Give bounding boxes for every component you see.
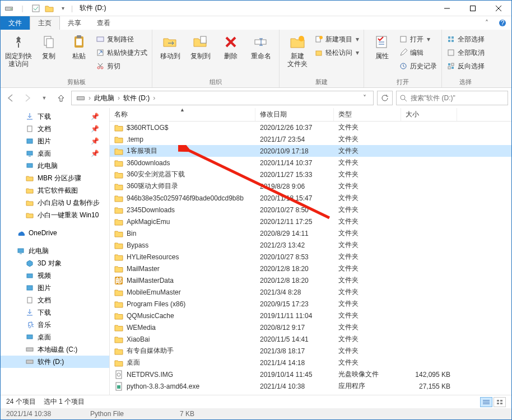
chevron-right-icon[interactable]: ›: [153, 94, 155, 102]
file-name: 360安全浏览器下载: [127, 170, 185, 179]
nav-desktop2[interactable]: 桌面: [1, 331, 109, 343]
address-dropdown[interactable]: ˅: [359, 94, 371, 102]
nav-mbr[interactable]: MBR 分区步骤: [1, 172, 109, 184]
nav-desktop[interactable]: 桌面📌: [1, 147, 109, 160]
file-row[interactable]: MobileEmuMaster2021/3/4 8:28文件夹: [110, 286, 511, 298]
up-button[interactable]: [54, 91, 68, 105]
file-row[interactable]: 桌面2021/1/4 14:18文件夹: [110, 357, 511, 368]
nav-other-sw[interactable]: 其它软件截图: [1, 184, 109, 197]
search-input[interactable]: [411, 94, 504, 102]
stray-timestamp: 2021/1/4 10:38: [6, 410, 51, 418]
maximize-button[interactable]: [460, 1, 486, 16]
collapse-ribbon-button[interactable]: ˄: [481, 17, 492, 29]
nav-downloads2[interactable]: 下载: [1, 306, 109, 319]
chevron-right-icon[interactable]: ›: [118, 94, 120, 102]
new-item-button[interactable]: 新建项目▾: [314, 33, 359, 45]
minimize-button[interactable]: [434, 1, 460, 16]
file-row[interactable]: Program Files (x86)2020/9/15 17:23文件夹: [110, 298, 511, 310]
nav-xiaobai-u[interactable]: 小白启动 U 盘制作步: [1, 197, 109, 209]
rename-button[interactable]: 重命名: [248, 32, 274, 60]
file-row[interactable]: python-3.8.3-amd64.exe2021/1/4 10:38应用程序…: [110, 380, 511, 392]
nav-pictures[interactable]: 图片📌: [1, 135, 109, 147]
file-type: 文件夹: [334, 264, 401, 273]
tab-home[interactable]: 主页: [30, 16, 60, 30]
easy-access-button[interactable]: 轻松访问▾: [314, 46, 359, 59]
file-row[interactable]: 360安全浏览器下载2020/11/27 15:33文件夹: [110, 169, 511, 180]
column-size[interactable]: 大小: [401, 108, 457, 121]
file-row[interactable]: 邮MailMasterData2020/12/8 18:20文件夹: [110, 274, 511, 286]
nav-downloads[interactable]: 下载📌: [1, 110, 109, 123]
column-date[interactable]: 修改日期: [255, 108, 334, 121]
nav-music[interactable]: 音乐: [1, 319, 109, 331]
qat-dropdown[interactable]: ▾: [57, 2, 69, 15]
open-button[interactable]: 打开▾: [399, 33, 437, 45]
tab-file[interactable]: 文件: [1, 16, 30, 30]
nav-3d[interactable]: 3D 对象: [1, 257, 109, 269]
details-view-button[interactable]: [480, 397, 492, 407]
select-none-button[interactable]: 全部取消: [446, 46, 485, 59]
nav-documents2[interactable]: 文档: [1, 294, 109, 306]
file-row[interactable]: NETDRVS.IMG2019/10/14 11:45光盘映像文件142,095…: [110, 368, 511, 380]
file-row[interactable]: HYLiteResources2020/10/27 8:53文件夹: [110, 251, 511, 263]
file-row[interactable]: $360RTLOG$2020/12/26 10:37文件夹: [110, 122, 511, 133]
recent-dropdown[interactable]: ▼: [38, 91, 51, 105]
file-row[interactable]: Bin2020/8/29 14:11文件夹: [110, 227, 511, 239]
copy-to-button[interactable]: 复制到: [187, 32, 214, 60]
qat-checkbox[interactable]: [30, 2, 42, 15]
pin-to-quick-access-button[interactable]: 固定到快 速访问: [5, 32, 32, 68]
breadcrumb-this-pc[interactable]: 此电脑: [92, 94, 117, 103]
breadcrumb-drive-icon[interactable]: [74, 95, 87, 101]
file-row[interactable]: MailMaster2020/12/8 18:20文件夹: [110, 263, 511, 274]
file-row[interactable]: .temp2021/1/7 23:54文件夹: [110, 133, 511, 145]
cut-button[interactable]: 剪切: [96, 60, 147, 72]
search-box[interactable]: [396, 91, 508, 105]
file-row[interactable]: 946b38e35c0259746f9bade00dcd9b8b2020/11/…: [110, 192, 511, 204]
nav-documents[interactable]: 文档📌: [1, 123, 109, 135]
column-type[interactable]: 类型: [334, 108, 401, 121]
file-row[interactable]: ApkMagicEmu2020/12/11 17:25文件夹: [110, 216, 511, 227]
file-row[interactable]: QQMusicCache2019/11/11 11:04文件夹: [110, 310, 511, 321]
back-button[interactable]: [4, 91, 17, 105]
help-button[interactable]: ?: [497, 17, 508, 29]
breadcrumb-drive[interactable]: 软件 (D:): [121, 94, 152, 103]
file-row[interactable]: 360驱动大师目录2019/8/28 9:06文件夹: [110, 180, 511, 192]
copy-path-button[interactable]: 复制路径: [96, 33, 147, 45]
file-row[interactable]: 1客服项目2020/10/9 17:18文件夹: [110, 145, 511, 157]
large-icons-view-button[interactable]: [494, 397, 506, 407]
paste-shortcut-button[interactable]: 粘贴快捷方式: [96, 46, 147, 59]
paste-button[interactable]: 粘贴: [66, 32, 92, 60]
tab-view[interactable]: 查看: [89, 16, 118, 30]
file-name: NETDRVS.IMG: [127, 371, 173, 379]
column-name[interactable]: 名称▲: [110, 108, 255, 121]
select-all-button[interactable]: 全部选择: [446, 33, 485, 45]
new-folder-button[interactable]: 新建 文件夹: [284, 32, 311, 68]
edit-button[interactable]: 编辑: [399, 46, 437, 59]
nav-onedrive[interactable]: OneDrive: [1, 227, 109, 239]
delete-button[interactable]: 删除: [217, 32, 244, 60]
invert-selection-button[interactable]: 反向选择: [446, 60, 485, 72]
refresh-button[interactable]: [377, 91, 393, 105]
nav-cdrive[interactable]: 本地磁盘 (C:): [1, 343, 109, 356]
file-row[interactable]: WEMedia2020/8/12 9:17文件夹: [110, 321, 511, 333]
forward-button[interactable]: [21, 91, 34, 105]
file-row[interactable]: 有专自媒体助手2021/3/8 18:17文件夹: [110, 345, 511, 357]
nav-pictures2[interactable]: 图片: [1, 282, 109, 294]
copy-button[interactable]: 复制: [35, 32, 62, 60]
close-button[interactable]: [486, 1, 511, 16]
file-row[interactable]: Bypass2021/2/3 13:42文件夹: [110, 239, 511, 251]
history-button[interactable]: 历史记录: [399, 60, 437, 72]
properties-button[interactable]: 属性: [369, 32, 395, 60]
chevron-right-icon[interactable]: ›: [89, 94, 91, 102]
file-date: 2019/11/11 11:04: [255, 312, 334, 320]
nav-this-pc[interactable]: 此电脑: [1, 245, 109, 257]
nav-xiaobai-win10[interactable]: 小白一键重装 Win10: [1, 209, 109, 221]
file-row[interactable]: XiaoBai2020/11/5 14:41文件夹: [110, 333, 511, 345]
nav-video[interactable]: 视频: [1, 269, 109, 282]
file-row[interactable]: 360downloads2020/11/14 10:37文件夹: [110, 157, 511, 169]
breadcrumb[interactable]: › 此电脑 › 软件 (D:) › ˅: [71, 91, 374, 105]
nav-ddrive[interactable]: 软件 (D:): [1, 356, 109, 368]
move-to-button[interactable]: 移动到: [157, 32, 184, 60]
file-row[interactable]: 2345Downloads2020/10/27 8:50文件夹: [110, 204, 511, 216]
nav-this-pc-quick[interactable]: 此电脑: [1, 160, 109, 172]
tab-share[interactable]: 共享: [60, 16, 89, 30]
